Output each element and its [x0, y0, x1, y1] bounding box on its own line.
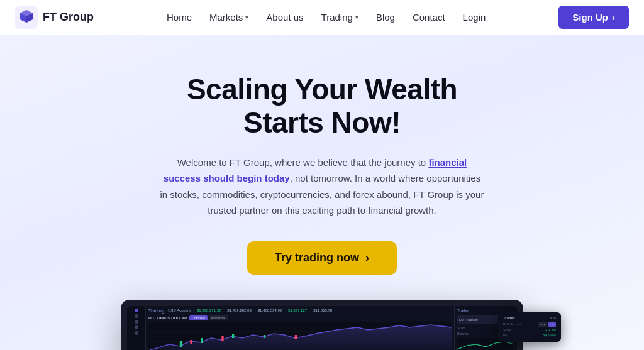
fp-dot-1 [550, 317, 552, 319]
chart-svg [148, 322, 452, 350]
tab-buttons: Compare Indicators [189, 315, 227, 320]
account-label: USD Account [168, 309, 191, 312]
fp-header: Trader [503, 316, 556, 320]
svg-rect-13 [221, 336, 223, 341]
signup-button[interactable]: Sign Up › [558, 6, 629, 29]
nav-item-trading[interactable]: Trading ▾ [321, 12, 358, 23]
nav-menu: Home Markets ▾ About us Trading ▾ Blog C… [167, 12, 486, 23]
laptop-screen: Trading USD Account $1,990,271.52 $1,469… [127, 306, 517, 350]
trading-ui: Trading USD Account $1,990,271.52 $1,469… [127, 306, 517, 350]
fp-title: Trader [503, 316, 514, 320]
signup-chevron-icon: › [612, 12, 615, 23]
markets-dropdown-icon: ▾ [245, 14, 248, 21]
sidebar-icon-4 [135, 325, 138, 329]
fp-selects: V/c ▾ → [538, 322, 556, 327]
fp-score-val: +14.3% [545, 328, 556, 332]
cta-chevron-icon: › [365, 251, 369, 265]
trading-main-area: Trading USD Account $1,990,271.52 $1,469… [146, 306, 454, 350]
floating-side-panel: Trader EUR Account V/c ▾ → Score +14.3% … [498, 312, 561, 342]
navbar: FT Group Home Markets ▾ About us Trading… [0, 0, 644, 35]
chart-area [148, 322, 452, 350]
bonus-value: $11,815.78 [313, 309, 332, 312]
trading-sidebar [127, 306, 146, 350]
fp-row-score: Score +14.3% [503, 328, 556, 332]
fp-select-1: V/c ▾ [538, 322, 547, 327]
trading-preview: Trading USD Account $1,990,271.52 $1,469… [121, 300, 523, 350]
trader-panel-title: Trader [457, 309, 514, 312]
balance-value: $1,990,271.52 [197, 309, 221, 312]
pair-label: BITCOIN/US DOLLAR [148, 316, 187, 320]
fp-button-go: → [548, 322, 556, 327]
laptop-frame: Trading USD Account $1,990,271.52 $1,469… [121, 300, 523, 350]
logo-icon [15, 6, 38, 29]
hero-title: Scaling Your Wealth Starts Now! [158, 73, 486, 139]
trading-header-bar: Trading USD Account $1,990,271.52 $1,469… [148, 309, 452, 313]
svg-rect-9 [201, 338, 203, 343]
hero-subtitle: Welcome to FT Group, where we believe th… [158, 155, 486, 219]
cta-button[interactable]: Try trading now › [247, 241, 397, 275]
logo-text: FT Group [43, 11, 94, 24]
sidebar-icon-2 [135, 314, 138, 318]
fp-score-lbl: Score [503, 328, 511, 332]
fp-row-pnl: P&L $9,518/w [503, 333, 556, 337]
nav-item-login[interactable]: Login [463, 12, 486, 23]
available-value: $1,469,202.03 [227, 309, 251, 312]
fp-pnl-val: $9,518/w [543, 333, 556, 337]
hero-content: Scaling Your Wealth Starts Now! Welcome … [158, 73, 486, 300]
fp-eur-label: EUR Account [503, 322, 522, 327]
nav-item-home[interactable]: Home [167, 12, 192, 23]
fp-row-eur: EUR Account V/c ▾ → [503, 322, 556, 327]
tab-indicators: Indicators [209, 315, 228, 320]
fp-controls [550, 317, 556, 319]
trading-header-label: Trading [148, 309, 164, 313]
balance-key: Balance [457, 332, 469, 336]
margin-value: $1,397.127 [288, 309, 307, 312]
fp-pnl-lbl: P&L [503, 333, 509, 337]
score-key: Score [457, 326, 465, 330]
hero-section: Scaling Your Wealth Starts Now! Welcome … [0, 35, 644, 350]
nav-item-markets[interactable]: Markets ▾ [209, 12, 248, 23]
equity-value: $1,406,534.99 [258, 309, 282, 312]
nav-item-about[interactable]: About us [266, 12, 303, 23]
sidebar-icon-1 [135, 309, 138, 312]
svg-rect-11 [264, 335, 265, 338]
sidebar-icon-5 [135, 331, 138, 335]
logo[interactable]: FT Group [15, 6, 94, 29]
svg-rect-12 [190, 340, 192, 344]
nav-item-blog[interactable]: Blog [376, 12, 395, 23]
nav-item-contact[interactable]: Contact [413, 12, 445, 23]
svg-rect-10 [232, 334, 234, 338]
svg-rect-8 [180, 341, 182, 347]
eur-label: EUR Account [459, 318, 478, 322]
tab-compare: Compare [189, 315, 208, 320]
trading-dropdown-icon: ▾ [355, 14, 358, 21]
fp-dot-2 [553, 317, 556, 319]
trading-values-bar: USD Account $1,990,271.52 $1,469,202.03 … [168, 309, 332, 312]
sidebar-icon-3 [135, 320, 138, 324]
svg-rect-14 [295, 335, 297, 339]
symbol-row: BITCOIN/US DOLLAR Compare Indicators [148, 315, 452, 320]
